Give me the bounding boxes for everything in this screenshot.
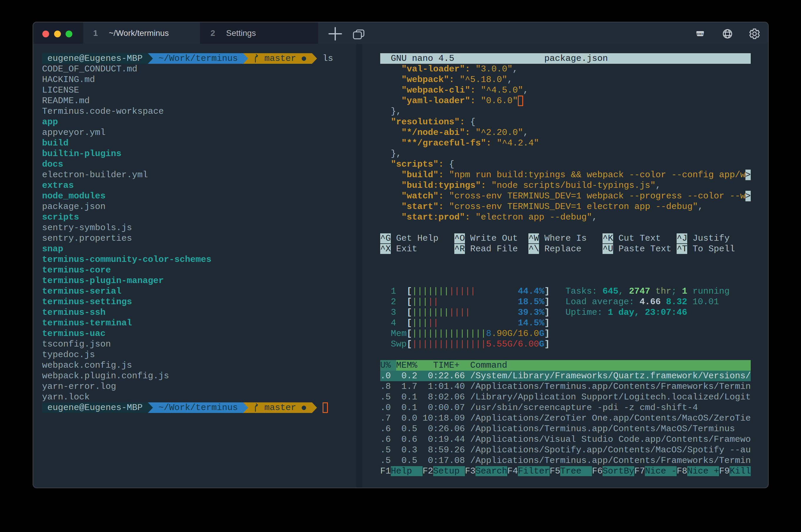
svg-text:IOIOI: IOIOI <box>697 32 703 36</box>
